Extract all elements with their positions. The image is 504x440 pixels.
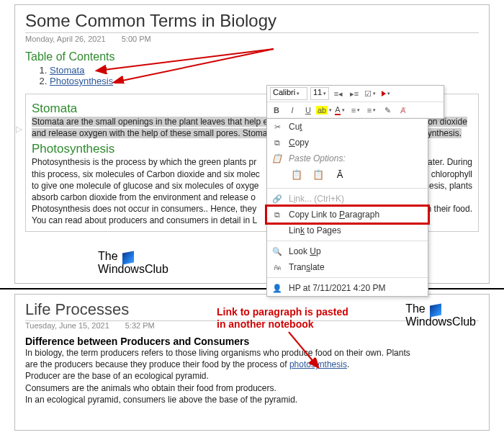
page-title[interactable]: Some Common Terms in Biology bbox=[25, 11, 479, 33]
flag-icon bbox=[382, 91, 386, 96]
font-family-select[interactable]: Calibri bbox=[270, 87, 307, 100]
paste-icon: 📋 bbox=[271, 153, 282, 163]
format-painter-button[interactable]: ✎ bbox=[381, 104, 394, 117]
person-icon: 👤 bbox=[271, 284, 283, 293]
menu-link-to-pages[interactable]: Link to Pages bbox=[267, 223, 428, 238]
cut-icon: ✂ bbox=[271, 122, 283, 132]
menu-translate[interactable]: 🗛Translate bbox=[267, 259, 428, 275]
paste-keep-formatting-button[interactable]: 📋 bbox=[289, 166, 305, 182]
underline-button[interactable]: U bbox=[302, 104, 315, 117]
menu-cut[interactable]: ✂Cut bbox=[267, 119, 428, 135]
menu-look-up[interactable]: 🔍Look Up bbox=[267, 243, 428, 259]
italic-button[interactable]: I bbox=[286, 104, 299, 117]
flag-button[interactable] bbox=[379, 87, 392, 100]
logo-square-icon bbox=[430, 304, 441, 318]
container-handle-icon[interactable]: ▷ bbox=[16, 124, 22, 134]
copy-link-icon: ⧉ bbox=[271, 210, 283, 220]
paragraph-producers-consumers: In biology, the term producers refers to… bbox=[25, 347, 479, 405]
context-menu: ✂Cut ⧉Copy 📋Paste Options: 📋 📋 Ā 🔗Link..… bbox=[266, 118, 428, 297]
font-color-button[interactable]: A bbox=[333, 104, 346, 117]
menu-paste-options-header: 📋Paste Options: bbox=[267, 151, 428, 165]
numbering-button[interactable]: ≡ bbox=[365, 104, 378, 117]
decrease-indent-button[interactable]: ≡◂ bbox=[332, 87, 345, 100]
menu-copy-link-to-paragraph[interactable]: ⧉Copy Link to Paragraph bbox=[265, 205, 430, 225]
page-datetime: Monday, April 26, 20215:00 PM bbox=[25, 35, 479, 43]
onenote-page-life-processes: Life Processes Tuesday, June 15, 20215:3… bbox=[14, 294, 490, 431]
font-size-select[interactable]: 11 bbox=[310, 87, 329, 100]
windowsclub-logo: The WindowsClub bbox=[405, 303, 476, 328]
increase-indent-button[interactable]: ▸≡ bbox=[348, 87, 361, 100]
clear-formatting-button[interactable]: A̸ bbox=[397, 104, 410, 117]
todo-tag-button[interactable]: ☑ bbox=[364, 87, 377, 100]
toc-link-stomata[interactable]: Stomata bbox=[50, 65, 84, 76]
bullets-button[interactable]: ≡ bbox=[349, 104, 362, 117]
bold-button[interactable]: B bbox=[270, 104, 283, 117]
highlight-button[interactable]: ab bbox=[318, 104, 330, 117]
paste-text-only-button[interactable]: Ā bbox=[332, 166, 348, 182]
logo-square-icon bbox=[122, 251, 134, 265]
translate-icon: 🗛 bbox=[271, 263, 283, 271]
annotation-bottom: Link to paragraph is pasted in another n… bbox=[217, 306, 348, 331]
svg-line-2 bbox=[289, 332, 318, 367]
menu-copy[interactable]: ⧉Copy bbox=[267, 135, 428, 151]
windowsclub-logo: The WindowsClub bbox=[98, 251, 168, 276]
lookup-icon: 🔍 bbox=[271, 247, 283, 256]
copy-icon: ⧉ bbox=[271, 138, 283, 148]
menu-author-timestamp[interactable]: 👤HP at 7/11/2021 4:20 PM bbox=[267, 280, 428, 296]
heading-producers-consumers: Difference between Producers and Consume… bbox=[25, 336, 479, 347]
link-icon: 🔗 bbox=[271, 194, 283, 204]
paste-merge-formatting-button[interactable]: 📋 bbox=[310, 166, 326, 182]
mini-toolbar: Calibri 11 ≡◂ ▸≡ ☑ B I U ab A ≡ ≡ ✎ A̸ bbox=[266, 85, 444, 119]
